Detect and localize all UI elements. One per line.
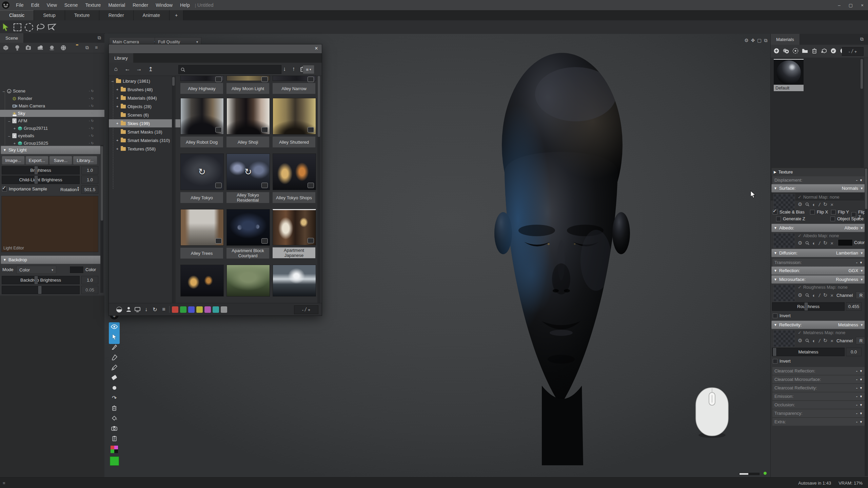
albedo-section-header[interactable]: ▼Albedo: Albedo▼ [771, 224, 866, 232]
sky-export-button[interactable]: Export... [25, 156, 48, 165]
library-item-alley-shoji[interactable]: Alley Shoji [226, 98, 269, 147]
magnifier-icon[interactable] [805, 293, 809, 297]
folder-tree-scrollbar[interactable] [172, 76, 175, 313]
extra-header[interactable]: Extra:-▼ [772, 418, 865, 426]
duplicate-material-icon[interactable] [782, 47, 790, 55]
thumbnail-checkbox[interactable] [308, 183, 314, 188]
roughness-map-slot[interactable] [773, 285, 795, 302]
library-close-icon[interactable]: × [313, 45, 320, 52]
tree-item-group29711[interactable]: +Group29711 [13, 125, 115, 132]
material-thumb-size-control[interactable]: -/+ [842, 47, 864, 56]
add-material-icon[interactable] [58, 43, 69, 53]
sky-library-button[interactable]: Library... [73, 156, 97, 165]
library-item-alley-tokyo-shops[interactable]: Alley Tokyo Shops [273, 154, 315, 203]
tree-item-eyeballs[interactable]: –eyeballs [7, 132, 109, 139]
workspace-tab-render[interactable]: Render [99, 10, 134, 20]
row-toggle-icon[interactable]: ◦ ↻ [89, 104, 94, 108]
assign-material-icon[interactable] [820, 47, 828, 55]
add-shadow-catcher-icon[interactable] [46, 43, 58, 53]
row-toggle-icon[interactable]: ◦ ↻ [89, 97, 94, 100]
generate-z-checkbox[interactable]: Generate Z [776, 216, 805, 221]
reflection-section-header[interactable]: ▼Reflection: GGX▼ [771, 266, 866, 275]
toolbag-ball-icon[interactable] [115, 306, 123, 313]
trash-icon[interactable] [109, 403, 120, 413]
scene-panel-tab[interactable]: Scene [0, 33, 24, 43]
flip-x-checkbox[interactable]: Flip X [810, 209, 828, 215]
library-tab[interactable]: Library [109, 53, 134, 63]
library-item-partial[interactable] [226, 265, 269, 297]
tree-item-main-camera[interactable]: Main Camera [7, 102, 109, 109]
clearcoat-reflection-header[interactable]: Clearcoat Reflection:-▼ [772, 367, 865, 375]
thumbnail-checkbox[interactable] [215, 183, 222, 188]
library-folder-smart-masks[interactable]: Smart Masks (18) [116, 128, 162, 136]
workspace-tab-setup[interactable]: Setup [34, 10, 65, 20]
viewport-zoom-slider[interactable] [739, 473, 760, 475]
view-options-button[interactable]: ≡▾ [303, 65, 314, 74]
brush-tool-icon[interactable] [109, 352, 120, 362]
library-item-alley-shuttered[interactable]: Alley Shuttered [273, 98, 315, 147]
diffusion-section-header[interactable]: ▼Diffusion: Lambertian▼ [771, 249, 866, 257]
sphere-preview-icon[interactable]: ◐ [812, 338, 815, 344]
thumbnail-checkbox[interactable] [261, 183, 268, 188]
visibility-eye-icon[interactable] [109, 322, 120, 332]
left-panel-scrollbar[interactable] [100, 145, 103, 293]
marquee-select-icon[interactable] [12, 22, 23, 32]
metalness-value[interactable]: 0.0 [846, 348, 862, 356]
undo-stroke-icon[interactable]: ↷ [109, 393, 120, 403]
circle-select-icon[interactable] [23, 22, 35, 32]
menu-material[interactable]: Material [104, 0, 129, 10]
add-light-icon[interactable] [12, 43, 23, 53]
clear-icon[interactable]: × [830, 202, 833, 207]
filter-swatch-yellow[interactable] [196, 306, 203, 313]
polygon-lasso-select-icon[interactable] [46, 22, 58, 32]
pen-tool-icon[interactable] [109, 342, 120, 352]
menu-file[interactable]: File [12, 0, 27, 10]
viewport-settings-icon[interactable]: ⚙ [743, 37, 750, 43]
edit-icon[interactable]: / [818, 338, 821, 343]
sky-image-button[interactable]: Image... [2, 156, 25, 165]
import-icon[interactable]: ↓ [280, 65, 289, 74]
magnifier-icon[interactable] [805, 202, 809, 206]
sphere-preview-icon[interactable]: ◐ [812, 240, 815, 246]
scene-duplicate-icon[interactable]: ⧉ [85, 45, 89, 50]
thumbnail-partial[interactable] [226, 76, 270, 81]
library-item-apartment-japanese[interactable]: Apartment Japanese [273, 209, 315, 258]
menu-view[interactable]: View [43, 0, 61, 10]
thumbnail-checkbox[interactable] [308, 77, 314, 82]
thumbnail-size-control[interactable]: -/+ [294, 305, 318, 314]
thumbnail-checkbox[interactable] [308, 238, 314, 243]
materials-popout-icon[interactable]: ⧉ [860, 36, 864, 42]
viewport-layout-icon[interactable]: ✥ [750, 37, 756, 43]
transmission-section-header[interactable]: Transmission: -▼ [772, 258, 865, 267]
user-library-icon[interactable] [124, 306, 133, 313]
materials-tab[interactable]: Materials [771, 34, 800, 45]
delete-material-icon[interactable] [810, 47, 819, 55]
displacement-section-header[interactable]: Displacement: -▼ [772, 176, 865, 184]
filter-swatch-red[interactable] [172, 306, 178, 313]
filter-swatch-teal[interactable] [213, 306, 219, 313]
reload-icon[interactable]: ↻ [823, 240, 828, 246]
microsurface-section-header[interactable]: ▼Microsurface: Roughness▼ [771, 275, 866, 284]
clearcoat-microsurface-header[interactable]: Clearcoat Microsurface:-▼ [772, 375, 865, 384]
row-toggle-icon[interactable]: ◦ ↻ [89, 111, 94, 115]
gear-icon[interactable]: ⚙ [798, 292, 802, 298]
library-folder-scenes[interactable]: Scenes (6) [116, 111, 149, 119]
flip-y-checkbox[interactable]: Flip Y [831, 209, 849, 215]
roughness-slider[interactable]: Roughness [772, 302, 845, 311]
select-pointer-icon[interactable] [0, 22, 12, 32]
thumbnail-partial[interactable] [180, 76, 224, 81]
rotation-value[interactable]: 501.5 [81, 185, 98, 194]
thumbnail-checkbox[interactable] [261, 127, 268, 133]
workspace-tab-texture[interactable]: Texture [65, 10, 99, 20]
filter-swatch-blue[interactable] [188, 306, 195, 313]
material-item-default[interactable]: Default [774, 59, 804, 91]
scene-list-icon[interactable]: ≡ [95, 45, 98, 50]
importance-sample-checkbox[interactable]: Importance Sample [2, 186, 47, 191]
menu-texture[interactable]: Texture [81, 0, 104, 10]
gear-icon[interactable]: ⚙ [798, 338, 802, 344]
material-checker-icon[interactable] [791, 47, 800, 55]
library-folder-root[interactable]: –Library (1861) [111, 77, 150, 85]
menu-scene[interactable]: Scene [61, 0, 82, 10]
refresh-icon[interactable]: ↻ [151, 306, 159, 313]
library-title-bar[interactable] [109, 44, 322, 54]
